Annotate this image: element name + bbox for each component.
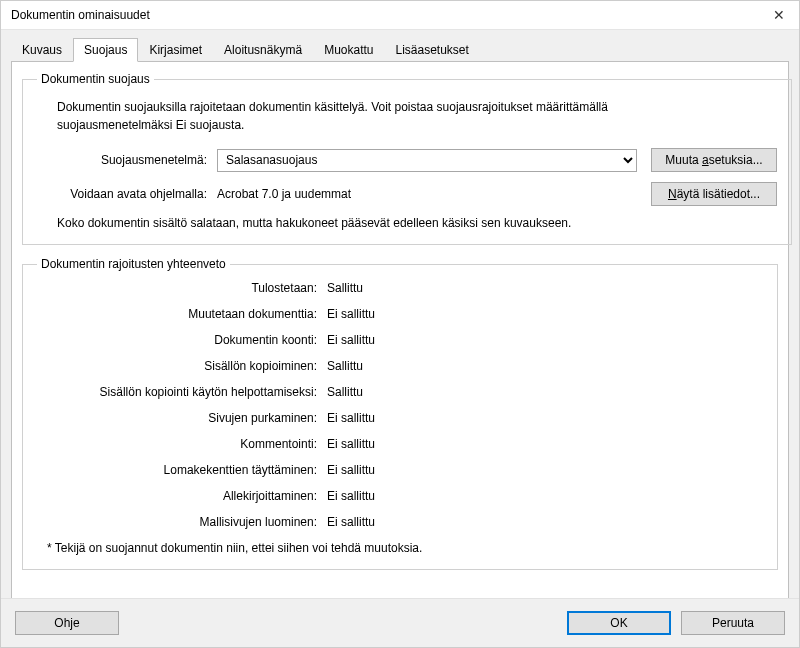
dialog-window: Dokumentin ominaisuudet ✕ Kuvaus Suojaus… bbox=[0, 0, 800, 648]
restriction-key: Sivujen purkaminen: bbox=[37, 411, 327, 425]
tab-description[interactable]: Kuvaus bbox=[11, 38, 73, 61]
tab-label: Lisäasetukset bbox=[396, 43, 469, 57]
show-details-button[interactable]: Näytä lisätiedot... bbox=[651, 182, 777, 206]
restriction-value: Ei sallittu bbox=[327, 489, 375, 503]
restriction-value: Sallittu bbox=[327, 385, 363, 399]
restriction-value: Sallittu bbox=[327, 359, 363, 373]
restriction-value: Ei sallittu bbox=[327, 437, 375, 451]
security-intro-text: Dokumentin suojauksilla rajoitetaan doku… bbox=[57, 98, 657, 134]
security-method-label: Suojausmenetelmä: bbox=[37, 153, 217, 167]
restrictions-list: Tulostetaan:SallittuMuutetaan dokumentti… bbox=[37, 281, 763, 529]
restriction-row: Sisällön kopioiminen:Sallittu bbox=[37, 359, 763, 373]
restriction-value: Ei sallittu bbox=[327, 515, 375, 529]
group-document-security: Dokumentin suojaus Dokumentin suojauksil… bbox=[22, 72, 792, 245]
restriction-value: Ei sallittu bbox=[327, 307, 375, 321]
restriction-key: Kommentointi: bbox=[37, 437, 327, 451]
tab-initial-view[interactable]: Aloitusnäkymä bbox=[213, 38, 313, 61]
tab-advanced[interactable]: Lisäasetukset bbox=[385, 38, 480, 61]
restriction-row: Lomakekenttien täyttäminen:Ei sallittu bbox=[37, 463, 763, 477]
restriction-value: Ei sallittu bbox=[327, 411, 375, 425]
tab-strip: Kuvaus Suojaus Kirjasimet Aloitusnäkymä … bbox=[11, 37, 789, 61]
tab-label: Aloitusnäkymä bbox=[224, 43, 302, 57]
restriction-key: Allekirjoittaminen: bbox=[37, 489, 327, 503]
restriction-row: Dokumentin koonti:Ei sallittu bbox=[37, 333, 763, 347]
close-button[interactable]: ✕ bbox=[759, 1, 799, 29]
tab-label: Kirjasimet bbox=[149, 43, 202, 57]
help-button[interactable]: Ohje bbox=[15, 611, 119, 635]
tab-security[interactable]: Suojaus bbox=[73, 38, 138, 62]
open-with-value: Acrobat 7.0 ja uudemmat bbox=[217, 187, 637, 201]
restrictions-footnote: * Tekijä on suojannut dokumentin niin, e… bbox=[47, 541, 763, 555]
tab-page-security: Dokumentin suojaus Dokumentin suojauksil… bbox=[11, 61, 789, 601]
tab-fonts[interactable]: Kirjasimet bbox=[138, 38, 213, 61]
restriction-row: Muutetaan dokumenttia:Ei sallittu bbox=[37, 307, 763, 321]
client-area: Kuvaus Suojaus Kirjasimet Aloitusnäkymä … bbox=[1, 29, 799, 599]
row-open-with: Voidaan avata ohjelmalla: Acrobat 7.0 ja… bbox=[37, 182, 777, 206]
security-method-select[interactable]: Salasanasuojaus bbox=[217, 149, 637, 172]
restriction-row: Tulostetaan:Sallittu bbox=[37, 281, 763, 295]
restriction-key: Sisällön kopiointi käytön helpottamiseks… bbox=[37, 385, 327, 399]
restriction-row: Mallisivujen luominen:Ei sallittu bbox=[37, 515, 763, 529]
restriction-row: Kommentointi:Ei sallittu bbox=[37, 437, 763, 451]
restriction-value: Sallittu bbox=[327, 281, 363, 295]
tab-label: Muokattu bbox=[324, 43, 373, 57]
dialog-button-bar: Ohje OK Peruuta bbox=[1, 598, 799, 647]
restriction-key: Tulostetaan: bbox=[37, 281, 327, 295]
restriction-row: Allekirjoittaminen:Ei sallittu bbox=[37, 489, 763, 503]
restriction-value: Ei sallittu bbox=[327, 463, 375, 477]
restriction-key: Mallisivujen luominen: bbox=[37, 515, 327, 529]
restriction-key: Dokumentin koonti: bbox=[37, 333, 327, 347]
group-legend: Dokumentin rajoitusten yhteenveto bbox=[37, 257, 230, 271]
tab-custom[interactable]: Muokattu bbox=[313, 38, 384, 61]
restriction-key: Sisällön kopioiminen: bbox=[37, 359, 327, 373]
ok-button[interactable]: OK bbox=[567, 611, 671, 635]
encryption-note: Koko dokumentin sisältö salataan, mutta … bbox=[57, 216, 777, 230]
group-legend: Dokumentin suojaus bbox=[37, 72, 154, 86]
tab-label: Suojaus bbox=[84, 43, 127, 57]
tab-label: Kuvaus bbox=[22, 43, 62, 57]
restriction-row: Sisällön kopiointi käytön helpottamiseks… bbox=[37, 385, 763, 399]
group-restrictions-summary: Dokumentin rajoitusten yhteenveto Tulost… bbox=[22, 257, 778, 570]
restriction-value: Ei sallittu bbox=[327, 333, 375, 347]
change-settings-button[interactable]: Muuta asetuksia... bbox=[651, 148, 777, 172]
restriction-key: Lomakekenttien täyttäminen: bbox=[37, 463, 327, 477]
restriction-row: Sivujen purkaminen:Ei sallittu bbox=[37, 411, 763, 425]
titlebar: Dokumentin ominaisuudet ✕ bbox=[1, 1, 799, 30]
window-title: Dokumentin ominaisuudet bbox=[11, 8, 150, 22]
row-security-method: Suojausmenetelmä: Salasanasuojaus Muuta … bbox=[37, 148, 777, 172]
restriction-key: Muutetaan dokumenttia: bbox=[37, 307, 327, 321]
open-with-label: Voidaan avata ohjelmalla: bbox=[37, 187, 217, 201]
cancel-button[interactable]: Peruuta bbox=[681, 611, 785, 635]
close-icon: ✕ bbox=[773, 7, 785, 23]
